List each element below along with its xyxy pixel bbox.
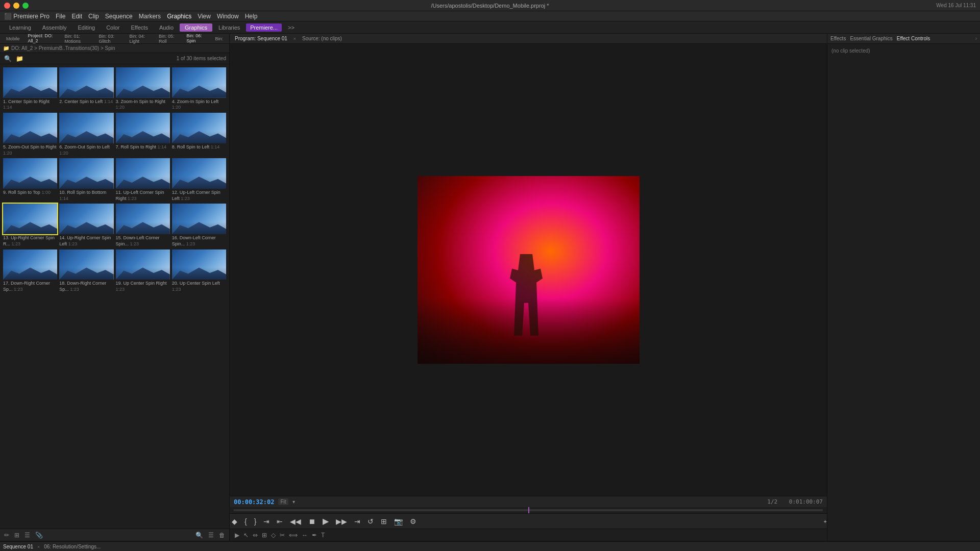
menu-edit[interactable]: Edit bbox=[71, 13, 82, 20]
tab-bin-motions[interactable]: Bin: 01: Motions bbox=[62, 33, 94, 44]
tab-bin-more[interactable]: Bin: bbox=[212, 36, 226, 42]
pencil-icon[interactable]: ✏ bbox=[3, 531, 10, 540]
step-back-frame-button[interactable]: { bbox=[242, 516, 249, 527]
type-tool[interactable]: T bbox=[320, 531, 326, 540]
list-item[interactable]: 8. Roll Spin to Left 1:14 bbox=[172, 113, 226, 156]
search2-icon[interactable]: 🔍 bbox=[194, 531, 204, 540]
stop-button[interactable]: ⏹ bbox=[306, 516, 317, 527]
scale-chevron[interactable]: ▾ bbox=[292, 499, 295, 505]
workspace-tabs: Learning Assembly Editing Color Effects … bbox=[0, 21, 980, 34]
tab-bin-roll[interactable]: Bin: 05: Roll bbox=[156, 33, 181, 44]
play-in-out-button[interactable]: ⇥ bbox=[261, 516, 272, 527]
menu-premiere[interactable]: ⬛ Premiere Pro bbox=[4, 13, 50, 20]
list-item[interactable]: 3. Zoom-In Spin to Right 1:20 bbox=[116, 67, 170, 111]
play-button[interactable]: ▶ bbox=[321, 515, 331, 527]
tab-more[interactable]: >> bbox=[283, 23, 300, 32]
tab-program[interactable]: Program: Sequence 01 bbox=[233, 36, 289, 41]
search-icon[interactable]: 🔍 bbox=[3, 54, 13, 63]
list-icon[interactable]: ☰ bbox=[23, 531, 31, 540]
tab-essential-graphics[interactable]: Essential Graphics bbox=[850, 36, 892, 41]
settings-button[interactable]: ⚙ bbox=[408, 516, 419, 527]
tab-learning[interactable]: Learning bbox=[4, 23, 36, 32]
panel-menu-icon[interactable]: › bbox=[975, 36, 977, 41]
tab-bin-glitch[interactable]: Bin: 03: Glitch bbox=[95, 33, 124, 44]
list-item[interactable]: 14. Up-Right Corner Spin Left 1:23 bbox=[59, 204, 113, 247]
list-item[interactable]: 13. Up-Right Corner Spin R... 1:23 bbox=[3, 204, 57, 247]
list-item[interactable]: 16. Down-Left Corner Spin... 1:23 bbox=[172, 204, 226, 247]
menu-sequence[interactable]: Sequence bbox=[105, 13, 133, 20]
list-item[interactable]: 7. Roll Spin to Right 1:14 bbox=[116, 113, 170, 156]
tab-libraries[interactable]: Libraries bbox=[213, 23, 245, 32]
razor-tool[interactable]: ✂ bbox=[279, 531, 286, 540]
list-item[interactable]: 18. Down-Right Corner Sp... 1:23 bbox=[59, 249, 113, 293]
play-tool[interactable]: ▶ bbox=[234, 531, 240, 540]
bin-path: 📁 DO: All_2 > PremiumB..Transitions(30) … bbox=[0, 44, 229, 53]
tab-settings[interactable]: 06: Resolution/Settings... bbox=[44, 544, 101, 549]
tab-project[interactable]: Project: DO: All_2 bbox=[25, 33, 60, 45]
list-item[interactable]: 12. Up-Left Corner Spin Left 1:23 bbox=[172, 158, 226, 202]
delete-icon[interactable]: 🗑 bbox=[218, 531, 226, 540]
safe-margins-button[interactable]: ⊞ bbox=[379, 516, 389, 527]
slide-tool[interactable]: ↔ bbox=[301, 531, 309, 540]
list-item[interactable]: 10. Roll Spin to Bottom 1:14 bbox=[59, 158, 113, 202]
step-back-button[interactable]: } bbox=[252, 516, 259, 527]
menu-window[interactable]: Window bbox=[217, 13, 239, 20]
ripple-tool[interactable]: ⇔ bbox=[252, 531, 259, 540]
tab-bin-light[interactable]: Bin: 04: Light bbox=[127, 33, 154, 44]
go-out-button[interactable]: ⇥ bbox=[352, 516, 362, 527]
list-item[interactable]: 2. Center Spin to Left 1:14 bbox=[59, 67, 113, 111]
list-item[interactable]: 11. Up-Left Corner Spin Right 1:23 bbox=[116, 158, 170, 202]
tab-graphics[interactable]: Graphics bbox=[180, 23, 212, 32]
list-item[interactable]: 20. Up Center Spin Left 1:23 bbox=[172, 249, 226, 293]
menu-view[interactable]: View bbox=[198, 13, 211, 20]
fullscreen-button[interactable] bbox=[22, 3, 29, 9]
scrub-bar[interactable] bbox=[230, 507, 827, 513]
roll-tool[interactable]: ⊞ bbox=[261, 531, 268, 540]
tab-effects[interactable]: Effects bbox=[830, 36, 846, 41]
progress-track[interactable] bbox=[234, 509, 823, 511]
list-item[interactable]: 19. Up Center Spin Right 1:23 bbox=[116, 249, 170, 293]
playhead-indicator[interactable] bbox=[528, 507, 529, 513]
tab-premiereru[interactable]: Premiere... bbox=[246, 23, 282, 32]
list-item[interactable]: 5. Zoom-Out Spin to Right 1:20 bbox=[3, 113, 57, 156]
tab-sequence[interactable]: Sequence 01 bbox=[3, 544, 33, 549]
list-item[interactable]: 9. Roll Spin to Top 1:00 bbox=[3, 158, 57, 202]
menu-markers[interactable]: Markers bbox=[139, 13, 161, 20]
close-button[interactable] bbox=[4, 3, 10, 9]
menu-file[interactable]: File bbox=[56, 13, 65, 20]
menu-graphics[interactable]: Graphics bbox=[167, 13, 191, 20]
list-item[interactable]: 6. Zoom-Out Spin to Left 1:20 bbox=[59, 113, 113, 156]
tab-assembly[interactable]: Assembly bbox=[37, 23, 72, 32]
tab-effects[interactable]: Effects bbox=[126, 23, 153, 32]
add-marker-button[interactable]: ◆ bbox=[230, 516, 239, 527]
tab-color[interactable]: Color bbox=[101, 23, 125, 32]
tab-editing[interactable]: Editing bbox=[73, 23, 101, 32]
go-in-button[interactable]: ⇤ bbox=[275, 516, 285, 527]
rate-tool[interactable]: ◇ bbox=[270, 531, 277, 540]
preview-scale[interactable]: Fit bbox=[278, 498, 288, 505]
folder-icon[interactable]: 📁 bbox=[15, 54, 24, 63]
export-frame-button[interactable]: 📷 bbox=[392, 516, 405, 527]
new-item-icon[interactable]: ☰ bbox=[207, 531, 215, 540]
tab-effect-controls[interactable]: Effect Controls bbox=[897, 36, 930, 41]
list-item[interactable]: 15. Down-Left Corner Spin... 1:23 bbox=[116, 204, 170, 247]
rewind-button[interactable]: ◀◀ bbox=[288, 516, 303, 527]
loop-button[interactable]: ↺ bbox=[365, 516, 376, 527]
ff-button[interactable]: ▶▶ bbox=[334, 516, 349, 527]
menu-clip[interactable]: Clip bbox=[88, 13, 99, 20]
list-item[interactable]: 1. Center Spin to Right 1:14 bbox=[3, 67, 57, 111]
menu-help[interactable]: Help bbox=[245, 13, 258, 20]
select-tool[interactable]: ↖ bbox=[242, 531, 250, 540]
list-item[interactable]: 17. Down-Right Corner Sp... 1:23 bbox=[3, 249, 57, 293]
tab-source[interactable]: Source: (no clips) bbox=[300, 36, 344, 41]
tab-mobile[interactable]: Mobile bbox=[3, 36, 23, 42]
slip-tool[interactable]: ⟺ bbox=[288, 531, 299, 540]
grid-icon[interactable]: ⊞ bbox=[13, 531, 20, 540]
list-item[interactable]: 4. Zoom-In Spin to Left 1:20 bbox=[172, 67, 226, 111]
clip-icon[interactable]: 📎 bbox=[34, 531, 44, 540]
tab-bin-spin[interactable]: Bin: 06: Spin bbox=[183, 33, 210, 45]
program-timecode[interactable]: 00:00:32:02 bbox=[234, 498, 274, 506]
tab-audio[interactable]: Audio bbox=[154, 23, 179, 32]
minimize-button[interactable] bbox=[13, 3, 19, 9]
pen-tool[interactable]: ✒ bbox=[311, 531, 318, 540]
